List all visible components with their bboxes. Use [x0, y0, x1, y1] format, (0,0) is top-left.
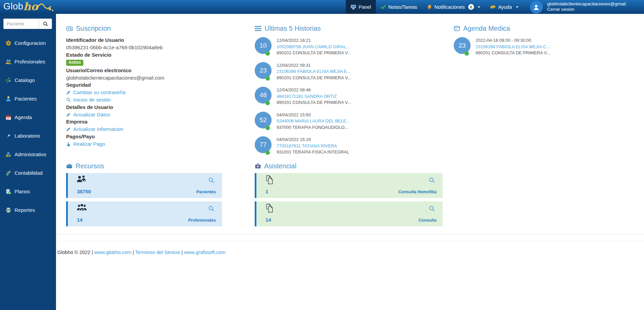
footer: Globho © 2022 | www.globho.com | Termino… — [57, 250, 225, 255]
consulta-hemofilia-stat-card[interactable]: 1 Consulta Hemofilia — [255, 173, 443, 198]
patient-search-button[interactable] — [39, 19, 52, 29]
printer-icon — [5, 207, 11, 213]
user-email: globholabclientecapacitaciones@gmail. — [547, 1, 627, 7]
historia-patient-link[interactable]: 48418171181 SANDRA ORTIZ — [277, 94, 337, 99]
search-icon[interactable] — [429, 177, 435, 185]
sidebar-item-profesionales[interactable]: Profesionales — [0, 52, 56, 71]
sidebar-item-reportes[interactable]: Reportes — [0, 201, 56, 219]
historia-date: 12/04/2022 08:46 — [277, 87, 351, 93]
historia-service: 931001 TERAPIA FISICA INTEGRAL — [277, 149, 349, 156]
sidebar-item-label: Profesionales — [15, 59, 45, 64]
pencil-icon — [66, 112, 71, 117]
avatar[interactable]: 23 — [255, 62, 272, 79]
sidebar-item-catalogo[interactable]: Catalogo — [0, 71, 56, 89]
historia-patient-link[interactable]: 23106394 FABIOLA ELISA MEJIA E... — [277, 69, 351, 74]
user-id-label: Identificador de Usuario — [66, 36, 228, 44]
logo-text-glob: Glob — [3, 0, 23, 13]
globho-logo[interactable]: Globho — [3, 0, 54, 13]
pacientes-stat-card[interactable]: 38750 Pacientes — [66, 173, 222, 198]
patient-search-input[interactable] — [3, 19, 39, 29]
historia-avatar: 52 — [255, 112, 272, 130]
historias-title: Ultimas 5 Historias — [264, 25, 321, 32]
historia-patient-link[interactable]: 5244006 MARIA LAURA DEL BELE... — [277, 118, 350, 123]
nav-ayuda-label: Ayuda — [498, 4, 512, 10]
historia-date: 04/04/2022 15:19 — [277, 137, 349, 143]
sidebar-item-contabilidad[interactable]: Contabilidad — [0, 164, 56, 182]
historias-list: 10 12/04/2022 16:21 1002089758 JUAN CAMI… — [255, 37, 443, 156]
security-label: Seguridad — [66, 81, 228, 89]
check-icon — [381, 4, 386, 9]
person-icon — [533, 4, 540, 11]
search-icon[interactable] — [208, 205, 215, 213]
sidebar-item-agenda[interactable]: Agenda — [0, 108, 56, 126]
footer-separator: | — [133, 250, 134, 255]
change-password-link[interactable]: Cambiar su contraseña — [66, 89, 228, 96]
agenda-list: 23 2022-04-18 09:00 - 09:30:00 23106394 … — [454, 37, 599, 56]
consulta-stat-card[interactable]: 14 Consulta — [255, 201, 443, 226]
logins-link[interactable]: Inicios de sesión — [66, 96, 228, 104]
status-dot-icon — [265, 51, 270, 56]
consulta-card-label: Consulta — [419, 218, 437, 223]
subscription-title: Suscripcion — [76, 25, 111, 32]
sidebar-item-laboratorio[interactable]: Laboratorio — [0, 126, 56, 145]
top-navbar: Globho Panel Notas/Tareas Notificaciones… — [0, 0, 644, 14]
footer-link-globho[interactable]: www.globho.com — [94, 250, 132, 255]
update-data-link[interactable]: Actualizar Datos — [66, 111, 228, 118]
pay-link[interactable]: Realizar Pago — [66, 140, 228, 148]
sidebar-item-planos[interactable]: Planos — [0, 182, 56, 201]
globho-dashboard: Globho Panel Notas/Tareas Notificaciones… — [0, 0, 644, 310]
sidebar-item-configuracion[interactable]: Configuracion — [0, 34, 56, 52]
historia-patient-link[interactable]: 1002089758 JUAN CAMILO GIRAL... — [277, 44, 350, 49]
sidebar-item-administrativo[interactable]: Administrativo — [0, 145, 56, 164]
agenda-service: 890201 CONSULTA DE PRIMERA V... — [476, 50, 550, 56]
consulta-hemofilia-count: 1 — [265, 189, 268, 194]
payments-label: Pagos/Payu — [66, 133, 228, 140]
professionals-group-icon — [77, 203, 87, 213]
calendar-icon — [5, 114, 11, 120]
nav-panel[interactable]: Panel — [346, 0, 376, 14]
recursos-section: Recursos 38750 Pacientes — [66, 162, 222, 230]
logout-link[interactable]: Cerrar sesión — [547, 7, 627, 12]
recursos-heading: Recursos — [66, 162, 222, 170]
patient-search — [3, 19, 52, 29]
sidebar-item-label: Agenda — [15, 114, 32, 120]
gear-icon — [5, 40, 11, 46]
sidebar-menu: Configuracion Profesionales Catalogo Pac… — [0, 34, 56, 219]
footer-link-grafosoft[interactable]: www.grafosoft.com — [184, 250, 226, 255]
historia-service: 890201 CONSULTA DE PRIMERA V... — [277, 50, 351, 56]
profesionales-stat-card[interactable]: 14 Profesionales — [66, 201, 222, 226]
people-icon — [5, 59, 11, 65]
logo-swoosh-icon — [36, 2, 54, 12]
historia-avatar: 23 — [255, 62, 272, 81]
agenda-date: 2022-04-18 09:00 - 09:30:00 — [476, 37, 550, 44]
historia-service: 937000 TERAPIA FONOAUDIOLO... — [277, 124, 350, 131]
nav-notas-label: Notas/Tareas — [388, 4, 417, 10]
historia-date: 12/04/2022 09:31 — [277, 62, 351, 69]
update-info-link[interactable]: Actualizar Informacion — [66, 125, 228, 133]
historia-avatar: 48 — [255, 87, 272, 105]
sidebar-item-pacientes[interactable]: Pacientes — [0, 89, 56, 108]
subscription-section: Suscripcion Identificador de Usuario 053… — [66, 25, 228, 148]
footer-link-terminos[interactable]: Terminos del Sevicio — [135, 250, 180, 255]
hand-pointer-icon — [66, 142, 71, 146]
nav-ayuda[interactable]: Ayuda — [485, 0, 523, 14]
email-value: globholabclientecapacitaciones@gmail.com — [66, 74, 228, 82]
document-check-icon — [5, 189, 11, 195]
pages-icon — [265, 175, 274, 186]
nav-notificaciones[interactable]: Notificaciones 0 — [422, 0, 485, 14]
search-icon[interactable] — [429, 205, 435, 213]
historia-date: 12/04/2022 16:21 — [277, 37, 351, 44]
user-avatar[interactable] — [530, 1, 543, 13]
pencil-icon — [66, 127, 71, 132]
avatar[interactable]: 52 — [255, 112, 272, 129]
search-icon[interactable] — [208, 177, 215, 185]
agenda-patient-link[interactable]: 23106394 FABIOLA ELISA MEJIA C... — [476, 44, 550, 49]
historia-date: 04/04/2022 15:50 — [277, 112, 350, 118]
syringe-icon — [5, 133, 11, 139]
nav-notas-tareas[interactable]: Notas/Tareas — [376, 0, 422, 14]
asistencial-title: Asistencial — [264, 162, 297, 170]
pencil-icon — [66, 90, 71, 95]
historia-patient-link[interactable]: 7705187611 TATIANA RIVERA — [277, 143, 337, 148]
historia-item: 10 12/04/2022 16:21 1002089758 JUAN CAMI… — [255, 37, 443, 56]
briefcase-icon — [66, 163, 73, 169]
